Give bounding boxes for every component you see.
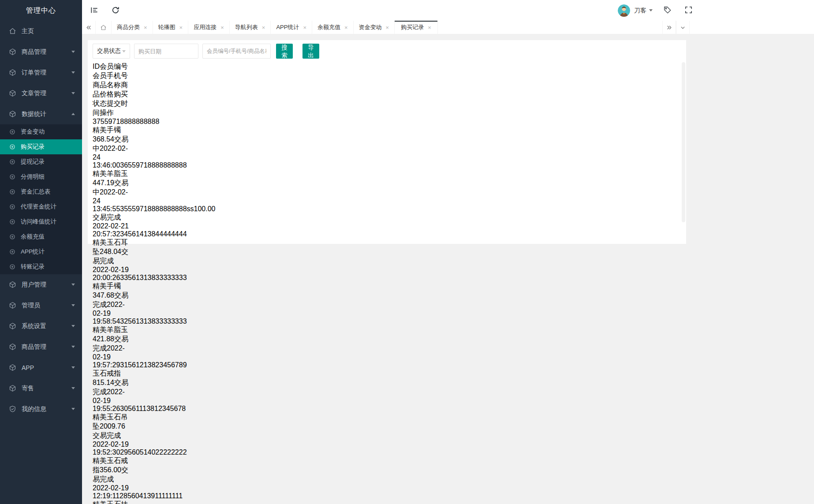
app-title: 管理中心 — [0, 0, 82, 21]
close-icon[interactable]: × — [386, 25, 389, 30]
sidebar-subitem-余额充值[interactable]: 余额充值 — [0, 229, 82, 244]
tab-home[interactable] — [96, 21, 112, 34]
sidebar-subitem-分佣明细[interactable]: 分佣明细 — [0, 169, 82, 184]
circle-plus-icon — [9, 264, 15, 270]
close-icon[interactable]: × — [220, 25, 224, 30]
sidebar-item-label: 文章管理 — [22, 90, 46, 97]
tag-icon[interactable] — [663, 6, 673, 15]
records-table-wrap: ID会员编号会员手机号商品名称商品价格购买状态提交时间操作 3755971888… — [93, 62, 680, 504]
tab-label: 购买记录 — [401, 23, 424, 31]
sidebar-subitem-访问峰值统计[interactable]: 访问峰值统计 — [0, 214, 82, 229]
search-button[interactable]: 搜索 — [276, 44, 293, 59]
chevron-down-icon — [71, 92, 75, 94]
tab-余额充值[interactable]: 余额充值× — [312, 21, 354, 34]
sidebar-item-label: 订单管理 — [22, 69, 46, 77]
close-icon[interactable]: × — [144, 25, 147, 30]
trade-status-select[interactable]: 交易状态 — [93, 44, 130, 59]
sidebar-item-label: 管理员 — [22, 302, 40, 310]
sidebar-item-商品管理[interactable]: 商品管理 — [0, 336, 82, 357]
sidebar-subitem-label: 代理资金统计 — [21, 203, 56, 211]
user-cluster: 刀客 — [618, 0, 706, 21]
sidebar-subitem-APP统计[interactable]: APP统计 — [0, 244, 82, 259]
keyword-search-input[interactable] — [202, 44, 271, 59]
cube-icon — [9, 110, 16, 118]
sidebar-item-APP[interactable]: APP — [0, 357, 82, 378]
sidebar-item-我的信息[interactable]: 我的信息 — [0, 399, 82, 419]
sidebar-nav: 主页商品管理订单管理文章管理数据统计资金变动购买记录提现记录分佣明细资金汇总表代… — [0, 21, 82, 419]
sidebar-item-管理员[interactable]: 管理员 — [0, 295, 82, 316]
sidebar-item-主页[interactable]: 主页 — [0, 21, 82, 41]
close-icon[interactable]: × — [428, 25, 431, 30]
tab-label: 余额充值 — [317, 23, 340, 31]
tab-label: 商品分类 — [117, 23, 140, 31]
sidebar-item-文章管理[interactable]: 文章管理 — [0, 83, 82, 104]
sidebar-subitem-label: 购买记录 — [21, 143, 45, 151]
tab-应用连接[interactable]: 应用连接× — [188, 21, 230, 34]
close-icon[interactable]: × — [344, 25, 348, 30]
chevron-down-icon — [122, 50, 126, 52]
table-body: 37559718888888888精美手镯368.54交易中2022-02-24… — [93, 118, 680, 504]
sidebar-item-label: 系统设置 — [22, 322, 46, 330]
sidebar-subitem-提现记录[interactable]: 提现记录 — [0, 154, 82, 169]
table-header-row: ID会员编号会员手机号商品名称商品价格购买状态提交时间操作 — [93, 62, 680, 118]
cube-icon — [9, 364, 16, 371]
chevron-down-icon — [71, 304, 75, 306]
sidebar-subitem-资金变动[interactable]: 资金变动 — [0, 124, 82, 139]
sidebar-item-label: 我的信息 — [22, 405, 46, 413]
tab-购买记录[interactable]: 购买记录× — [395, 21, 438, 34]
sidebar-subitem-转账记录[interactable]: 转账记录 — [0, 259, 82, 274]
purchase-date-input[interactable] — [134, 44, 198, 59]
home-icon — [100, 24, 107, 31]
tabs-scroll-right-icon[interactable] — [662, 21, 676, 34]
sidebar-subitem-资金汇总表[interactable]: 资金汇总表 — [0, 184, 82, 199]
cube-icon — [9, 281, 16, 288]
sidebar-item-数据统计[interactable]: 数据统计 — [0, 104, 82, 124]
sidebar-submenu: 资金变动购买记录提现记录分佣明细资金汇总表代理资金统计访问峰值统计余额充值APP… — [0, 124, 82, 274]
cube-icon — [9, 322, 16, 330]
sidebar-subitem-label: 资金变动 — [21, 128, 45, 136]
sidebar-toggle-icon[interactable] — [90, 6, 100, 15]
sidebar-subitem-购买记录[interactable]: 购买记录 — [0, 139, 82, 154]
export-button[interactable]: 导出 — [302, 44, 319, 59]
close-icon[interactable]: × — [303, 25, 306, 30]
tab-轮播图[interactable]: 轮播图× — [153, 21, 189, 34]
circle-plus-icon — [9, 234, 15, 240]
tab-APP统计[interactable]: APP统计× — [271, 21, 312, 34]
user-name[interactable]: 刀客 — [634, 7, 646, 15]
fullscreen-icon[interactable] — [684, 6, 694, 15]
sidebar-subitem-label: 转账记录 — [21, 263, 45, 271]
tab-资金变动[interactable]: 资金变动× — [354, 21, 395, 34]
circle-plus-icon — [9, 174, 15, 180]
circle-plus-icon — [9, 204, 15, 210]
sidebar-subitem-label: 分佣明细 — [21, 173, 45, 181]
sidebar-item-订单管理[interactable]: 订单管理 — [0, 62, 82, 83]
refresh-icon[interactable] — [111, 6, 121, 15]
sidebar-subitem-label: 余额充值 — [21, 233, 45, 241]
sidebar: 管理中心 主页商品管理订单管理文章管理数据统计资金变动购买记录提现记录分佣明细资… — [0, 0, 82, 504]
sidebar-subitem-label: 资金汇总表 — [21, 188, 51, 196]
tabs-scroll-left-icon[interactable] — [82, 21, 96, 34]
close-icon[interactable]: × — [179, 25, 183, 30]
sidebar-item-label: 主页 — [22, 27, 34, 35]
cube-icon — [9, 343, 16, 351]
trade-status-select-label: 交易状态 — [97, 47, 121, 55]
sidebar-item-系统设置[interactable]: 系统设置 — [0, 316, 82, 336]
sidebar-item-label: 数据统计 — [22, 110, 46, 118]
table-scrollbar[interactable] — [682, 62, 685, 222]
sidebar-item-寄售[interactable]: 寄售 — [0, 378, 82, 399]
chevron-down-icon — [71, 51, 75, 53]
close-icon[interactable]: × — [262, 25, 265, 30]
tabs-menu-icon[interactable] — [676, 21, 690, 34]
tab-商品分类[interactable]: 商品分类× — [112, 21, 153, 34]
filter-bar: 交易状态 搜索 导出 — [88, 40, 686, 59]
chevron-down-icon — [71, 346, 75, 348]
sidebar-item-用户管理[interactable]: 用户管理 — [0, 274, 82, 295]
tab-label: 导航列表 — [235, 23, 258, 31]
tab-label: 应用连接 — [194, 23, 217, 31]
cube-icon — [9, 69, 16, 76]
avatar[interactable] — [618, 4, 630, 17]
sidebar-item-商品管理[interactable]: 商品管理 — [0, 41, 82, 62]
circle-plus-icon — [9, 159, 15, 165]
tab-导航列表[interactable]: 导航列表× — [230, 21, 271, 34]
sidebar-subitem-代理资金统计[interactable]: 代理资金统计 — [0, 199, 82, 214]
